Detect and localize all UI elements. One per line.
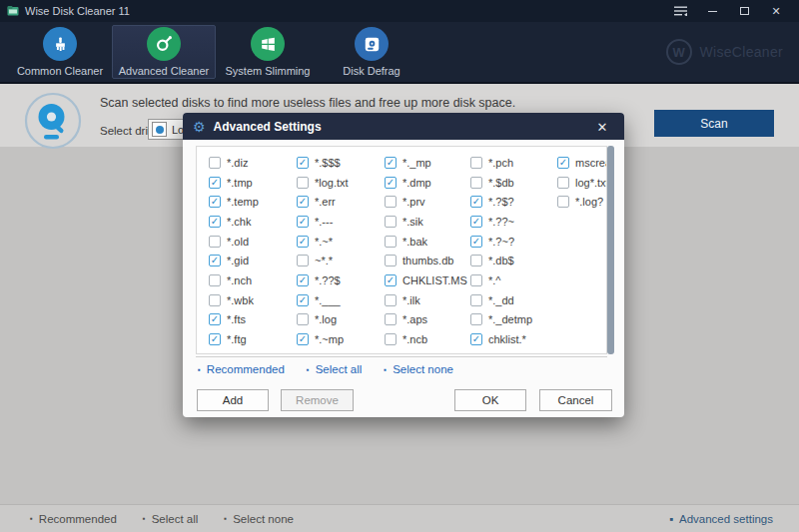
extension-option[interactable]: ✓*.err xyxy=(297,192,385,212)
footer-link-recommended[interactable]: ▪Recommended xyxy=(30,513,117,525)
extension-option[interactable]: ✓log*.txt xyxy=(557,173,607,193)
extension-option[interactable]: ✓*.??$ xyxy=(297,270,385,290)
extension-option[interactable]: ✓*.ilk xyxy=(385,290,470,310)
maximize-button[interactable] xyxy=(733,3,755,19)
extension-option[interactable]: ✓*.?~? xyxy=(470,232,557,252)
extension-option[interactable]: ✓*.aps xyxy=(385,310,470,330)
extension-option[interactable]: ✓*.$db xyxy=(470,173,557,193)
checkbox-unchecked-icon[interactable]: ✓ xyxy=(470,177,482,189)
checkbox-unchecked-icon[interactable]: ✓ xyxy=(557,196,569,208)
nav-tab-disk-defrag[interactable]: Disk Defrag xyxy=(320,25,423,79)
checkbox-unchecked-icon[interactable]: ✓ xyxy=(209,294,221,306)
footer-link-select-all[interactable]: ▪Select all xyxy=(143,513,199,525)
checkbox-checked-icon[interactable]: ✓ xyxy=(297,196,309,208)
checkbox-checked-icon[interactable]: ✓ xyxy=(297,274,309,286)
checkbox-unchecked-icon[interactable]: ✓ xyxy=(385,255,397,266)
extension-option[interactable]: ✓*.--- xyxy=(297,212,385,232)
checkbox-unchecked-icon[interactable]: ✓ xyxy=(385,333,397,345)
remove-button[interactable]: Remove xyxy=(281,389,354,411)
extension-option[interactable]: ✓*.ftg xyxy=(209,329,297,349)
extension-option[interactable]: ✓*.nch xyxy=(209,270,297,290)
checkbox-checked-icon[interactable]: ✓ xyxy=(209,333,221,345)
extension-option[interactable]: ✓*.??~ xyxy=(470,212,557,232)
dialog-link-select-none[interactable]: ▪Select none xyxy=(384,363,453,375)
extension-option[interactable]: ✓chklist.* xyxy=(470,329,557,349)
nav-tab-advanced-cleaner[interactable]: Advanced Cleaner xyxy=(112,25,216,79)
nav-tab-common-cleaner[interactable]: Common Cleaner xyxy=(8,25,112,79)
checkbox-unchecked-icon[interactable]: ✓ xyxy=(385,313,397,325)
checkbox-checked-icon[interactable]: ✓ xyxy=(470,236,482,248)
advanced-settings-link[interactable]: ▪ Advanced settings xyxy=(669,513,799,525)
checkbox-checked-icon[interactable]: ✓ xyxy=(297,294,309,306)
checkbox-unchecked-icon[interactable]: ✓ xyxy=(385,294,397,306)
extension-option[interactable]: ✓*.diz xyxy=(209,153,297,173)
menu-icon[interactable] xyxy=(669,3,691,19)
checkbox-checked-icon[interactable]: ✓ xyxy=(385,157,397,169)
checkbox-unchecked-icon[interactable]: ✓ xyxy=(297,177,309,189)
checkbox-checked-icon[interactable]: ✓ xyxy=(385,177,397,189)
extension-option[interactable]: ✓*log.txt xyxy=(297,173,385,193)
checkbox-checked-icon[interactable]: ✓ xyxy=(470,216,482,228)
checkbox-unchecked-icon[interactable]: ✓ xyxy=(470,157,482,169)
dialog-link-select-all[interactable]: ▪Select all xyxy=(307,363,363,375)
extension-option[interactable]: ✓*.chk xyxy=(209,212,297,232)
extension-option[interactable]: ✓*.gid xyxy=(209,251,297,270)
extension-option[interactable]: ✓*.~* xyxy=(297,232,385,252)
extension-option[interactable]: ✓*.db$ xyxy=(470,251,557,270)
extension-option[interactable]: ✓*.dmp xyxy=(385,173,470,193)
extension-option[interactable]: ✓*.log? xyxy=(557,192,607,212)
extension-option[interactable]: ✓~*.* xyxy=(297,251,385,270)
checkbox-checked-icon[interactable]: ✓ xyxy=(557,157,569,169)
checkbox-unchecked-icon[interactable]: ✓ xyxy=(297,255,309,266)
checkbox-checked-icon[interactable]: ✓ xyxy=(470,333,482,345)
checkbox-checked-icon[interactable]: ✓ xyxy=(297,157,309,169)
extension-option[interactable]: ✓CHKLIST.MS xyxy=(385,270,470,290)
extension-option[interactable]: ✓*._dd xyxy=(470,290,557,310)
checkbox-checked-icon[interactable]: ✓ xyxy=(209,255,221,266)
extension-option[interactable]: ✓*._detmp xyxy=(470,310,557,330)
checkbox-unchecked-icon[interactable]: ✓ xyxy=(470,274,482,286)
extension-option[interactable]: ✓*.old xyxy=(209,232,297,252)
extension-option[interactable]: ✓*._mp xyxy=(385,153,470,173)
nav-tab-system-slimming[interactable]: System Slimming xyxy=(216,25,320,79)
checkbox-unchecked-icon[interactable]: ✓ xyxy=(209,157,221,169)
checkbox-unchecked-icon[interactable]: ✓ xyxy=(470,255,482,266)
checkbox-unchecked-icon[interactable]: ✓ xyxy=(297,313,309,325)
ok-button[interactable]: OK xyxy=(454,389,526,411)
checkbox-checked-icon[interactable]: ✓ xyxy=(297,216,309,228)
scan-button[interactable]: Scan xyxy=(654,110,774,137)
checkbox-unchecked-icon[interactable]: ✓ xyxy=(209,274,221,286)
checkbox-checked-icon[interactable]: ✓ xyxy=(209,196,221,208)
extension-option[interactable]: ✓*.log xyxy=(297,310,385,330)
extension-option[interactable]: ✓thumbs.db xyxy=(385,251,470,270)
checkbox-checked-icon[interactable]: ✓ xyxy=(209,216,221,228)
minimize-button[interactable] xyxy=(701,3,723,19)
checkbox-unchecked-icon[interactable]: ✓ xyxy=(385,216,397,228)
checkbox-unchecked-icon[interactable]: ✓ xyxy=(470,313,482,325)
extension-option[interactable]: ✓*.^ xyxy=(470,270,557,290)
extension-option[interactable]: ✓*.~mp xyxy=(297,329,385,349)
extension-option[interactable]: ✓*.tmp xyxy=(209,173,297,193)
checkbox-checked-icon[interactable]: ✓ xyxy=(297,236,309,248)
checkbox-checked-icon[interactable]: ✓ xyxy=(297,333,309,345)
dialog-close-icon[interactable]: ✕ xyxy=(592,117,612,137)
extension-option[interactable]: ✓*.bak xyxy=(385,232,470,252)
checkbox-unchecked-icon[interactable]: ✓ xyxy=(209,236,221,248)
checkbox-checked-icon[interactable]: ✓ xyxy=(209,313,221,325)
extension-option[interactable]: ✓*.sik xyxy=(385,212,470,232)
dialog-link-recommended[interactable]: ▪Recommended xyxy=(198,363,285,375)
checkbox-checked-icon[interactable]: ✓ xyxy=(470,196,482,208)
extension-option[interactable]: ✓mscreate. xyxy=(557,153,607,173)
add-button[interactable]: Add xyxy=(197,389,269,411)
extension-option[interactable]: ✓*.ncb xyxy=(385,329,470,349)
checkbox-checked-icon[interactable]: ✓ xyxy=(385,274,397,286)
extension-option[interactable]: ✓*.prv xyxy=(385,192,470,212)
checkbox-unchecked-icon[interactable]: ✓ xyxy=(385,196,397,208)
footer-link-select-none[interactable]: ▪Select none xyxy=(224,513,294,525)
extension-option[interactable]: ✓*.pch xyxy=(470,153,557,173)
extension-option[interactable]: ✓*.$$$ xyxy=(297,153,385,173)
extension-option[interactable]: ✓*.?$? xyxy=(470,192,557,212)
extension-option[interactable]: ✓*.___ xyxy=(297,290,385,310)
cancel-button[interactable]: Cancel xyxy=(539,389,612,411)
checkbox-unchecked-icon[interactable]: ✓ xyxy=(557,177,569,189)
